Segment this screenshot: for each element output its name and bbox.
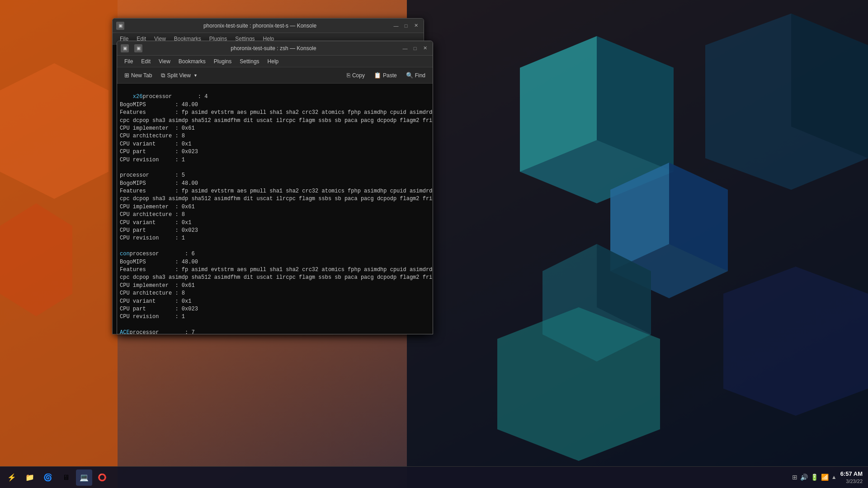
new-tab-icon: ⊞ <box>124 72 129 79</box>
toolbar-fg: ⊞ New Tab ⧉ Split View ▼ ⎘ Copy 📋 Paste … <box>117 67 433 84</box>
taskbar-icon-browser[interactable]: 🌀 <box>40 469 56 486</box>
copy-icon: ⎘ <box>347 72 350 79</box>
split-view-button[interactable]: ⧉ Split View ▼ <box>157 70 201 80</box>
taskbar-icon-files[interactable]: 📁 <box>22 469 38 486</box>
titlebar-fg: ▣ ▣ phoronix-test-suite : zsh — Konsole … <box>117 41 433 56</box>
taskbar-icon-misc[interactable]: ⭕ <box>94 469 110 486</box>
menu-bookmarks-fg[interactable]: Bookmarks <box>175 57 209 66</box>
new-tab-button[interactable]: ⊞ New Tab <box>121 70 156 80</box>
tray-icon-screen: ⊞ <box>792 474 797 481</box>
close-button-fg[interactable]: ✕ <box>421 44 429 52</box>
minimize-button-bg[interactable]: — <box>392 22 400 30</box>
paste-label: Paste <box>383 72 397 79</box>
window-title-bg: phoronix-test-suite : phoronix-test-s — … <box>128 23 392 29</box>
terminal-content-fg[interactable]: x26processor : 4 BogoMIPS : 48.00 Featur… <box>117 84 433 334</box>
svg-marker-16 <box>723 267 868 416</box>
menubar-fg: File Edit View Bookmarks Plugins Setting… <box>117 56 433 67</box>
new-tab-label: New Tab <box>131 72 152 79</box>
window-konsole-fg: ▣ ▣ phoronix-test-suite : zsh — Konsole … <box>117 41 433 334</box>
svg-marker-15 <box>497 307 660 461</box>
paste-button[interactable]: 📋 Paste <box>370 70 401 80</box>
taskbar-tray: ⊞ 🔊 🔋 📶 ▲ <box>792 474 837 481</box>
find-label: Find <box>415 72 425 79</box>
tray-icon-sound: 🔊 <box>800 474 808 481</box>
split-view-label: Split View <box>167 72 190 79</box>
tray-icon-arrow[interactable]: ▲ <box>831 474 837 480</box>
taskbar-icon-apps[interactable]: ⚡ <box>4 469 20 486</box>
menu-help-fg[interactable]: Help <box>264 57 283 66</box>
taskbar-right: ⊞ 🔊 🔋 📶 ▲ 6:57 AM 3/23/22 <box>787 470 868 485</box>
menu-file-fg[interactable]: File <box>121 57 137 66</box>
window-icon-bg: ▣ <box>116 22 124 30</box>
tray-icon-battery: 🔋 <box>811 474 818 481</box>
taskbar-icon-media[interactable]: 🖥 <box>58 469 74 486</box>
find-button[interactable]: 🔍 Find <box>402 70 429 80</box>
taskbar: ⚡ 📁 🌀 🖥 💻 ⭕ ⊞ 🔊 🔋 📶 ▲ 6:57 AM 3/23/22 <box>0 466 868 488</box>
titlebar-bg: ▣ phoronix-test-suite : phoronix-test-s … <box>113 19 424 33</box>
paste-icon: 📋 <box>374 72 381 79</box>
close-button-bg[interactable]: ✕ <box>412 22 420 30</box>
taskbar-left: ⚡ 📁 🌀 🖥 💻 ⭕ <box>0 469 114 486</box>
copy-label: Copy <box>352 72 365 79</box>
maximize-button-bg[interactable]: □ <box>402 22 410 30</box>
window-icon2-fg: ▣ <box>134 44 142 52</box>
menu-settings-fg[interactable]: Settings <box>236 57 263 66</box>
copy-button[interactable]: ⎘ Copy <box>343 70 368 80</box>
find-icon: 🔍 <box>406 72 413 79</box>
tray-icon-network: 📶 <box>821 474 829 481</box>
titlebar-buttons-bg: — □ ✕ <box>392 22 420 30</box>
menu-edit-fg[interactable]: Edit <box>137 57 154 66</box>
maximize-button-fg[interactable]: □ <box>411 44 419 52</box>
window-title-fg: phoronix-test-suite : zsh — Konsole <box>146 45 401 52</box>
titlebar-left-icons: ▣ ▣ <box>121 44 146 52</box>
taskbar-time-value: 6:57 AM <box>840 470 863 478</box>
titlebar-buttons-fg: — □ ✕ <box>401 44 429 52</box>
taskbar-date-value: 3/23/22 <box>840 478 863 485</box>
minimize-button-fg[interactable]: — <box>401 44 409 52</box>
split-view-arrow-icon: ▼ <box>193 73 198 78</box>
menu-plugins-fg[interactable]: Plugins <box>210 57 235 66</box>
svg-marker-17 <box>0 63 108 199</box>
svg-marker-18 <box>0 203 72 316</box>
menu-view-fg[interactable]: View <box>155 57 174 66</box>
window-icon-fg: ▣ <box>121 44 129 52</box>
split-view-icon: ⧉ <box>161 72 165 79</box>
taskbar-icon-terminal[interactable]: 💻 <box>76 469 92 486</box>
taskbar-datetime: 6:57 AM 3/23/22 <box>840 470 863 485</box>
